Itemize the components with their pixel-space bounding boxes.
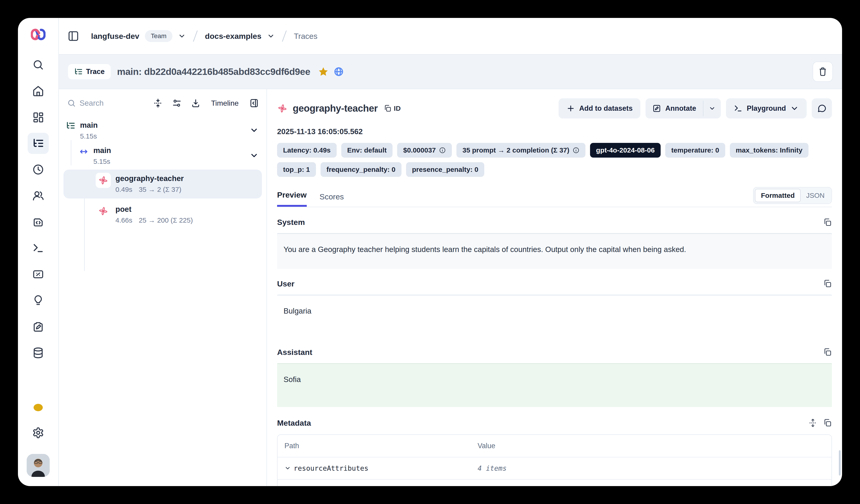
temperature-badge: temperature: 0 [665, 143, 725, 158]
search-icon [67, 99, 76, 107]
copy-icon[interactable] [823, 279, 832, 288]
annotate-split-button: Annotate [645, 98, 721, 119]
tree-row-label: geography-teacher [115, 174, 184, 183]
tree-row-duration: 4.66s [115, 217, 132, 224]
tree-row-trace-main[interactable]: main 5.15s [59, 119, 267, 143]
metadata-row[interactable]: telemetry.sdk.language "python" [277, 480, 831, 486]
collapse-panel-icon[interactable] [249, 98, 259, 108]
chevron-down-icon[interactable] [249, 151, 259, 160]
chevron-down-icon[interactable] [249, 125, 259, 135]
generation-pinwheel-icon [96, 204, 111, 219]
annotation-clipboard-icon[interactable] [28, 316, 49, 337]
metadata-row-group[interactable]: resourceAttributes 4 items [277, 457, 831, 480]
latency-badge: Latency: 0.49s [277, 143, 336, 158]
tree-row-label: poet [115, 205, 193, 214]
formatted-toggle[interactable]: Formatted [755, 189, 801, 202]
prompts-file-icon[interactable] [28, 211, 49, 233]
copy-id-button[interactable]: ID [384, 105, 401, 112]
lightbulb-icon[interactable] [28, 290, 49, 311]
plus-icon [567, 104, 575, 113]
annotate-dropdown-chevron-icon[interactable] [703, 98, 721, 119]
cost-badge[interactable]: $0.000037 [397, 143, 452, 158]
evaluation-card-icon[interactable] [28, 264, 49, 285]
tokens-badge[interactable]: 35 prompt → 2 completion (Σ 37) [456, 143, 585, 158]
copy-icon[interactable] [823, 218, 832, 227]
home-icon[interactable] [28, 80, 49, 102]
tree-row-geography-teacher[interactable]: geography-teacher 0.49s 35 → 2 (Σ 37) [63, 169, 262, 198]
search-icon[interactable] [28, 54, 49, 75]
add-to-datasets-button[interactable]: Add to datasets [559, 98, 641, 119]
json-toggle[interactable]: JSON [801, 189, 830, 202]
tab-preview[interactable]: Preview [277, 190, 307, 207]
observation-badges: Latency: 0.49s Env: default $0.000037 35… [277, 143, 832, 177]
system-message-section: System You are a Geography teacher helpi… [277, 218, 832, 269]
tracing-icon[interactable] [28, 133, 49, 154]
tree-row-label: main [94, 146, 111, 155]
breadcrumb-section[interactable]: Traces [294, 32, 318, 41]
env-badge: Env: default [341, 143, 393, 158]
tab-scores[interactable]: Scores [320, 192, 344, 207]
breadcrumb: langfuse-dev Team docs-examples Traces [91, 30, 318, 42]
role-label: System [277, 218, 305, 227]
model-badge[interactable]: gpt-4o-2024-08-06 [590, 143, 661, 158]
tree-row-poet[interactable]: poet 4.66s 25 → 200 (Σ 225) [63, 200, 262, 229]
assistant-message-section: Assistant Sofia [277, 348, 832, 407]
timeline-toggle[interactable]: Timeline [211, 99, 239, 107]
org-switcher-chevron-icon[interactable] [178, 32, 186, 40]
search-input[interactable] [80, 99, 144, 107]
id-label: ID [394, 105, 401, 112]
tree-row-span-main[interactable]: main 5.15s [59, 143, 267, 168]
copy-icon[interactable] [823, 348, 832, 357]
copy-icon[interactable] [823, 418, 832, 427]
column-header-path: Path [277, 435, 477, 457]
users-icon[interactable] [28, 185, 49, 206]
fold-vertical-icon[interactable] [153, 98, 163, 108]
globe-icon[interactable] [334, 66, 344, 77]
settings-gear-icon[interactable] [28, 422, 49, 443]
sessions-clock-icon[interactable] [28, 159, 49, 180]
metadata-table: Path Value resourceAttributes 4 items [277, 434, 832, 486]
org-logo-icon[interactable] [31, 28, 45, 41]
org-name[interactable]: langfuse-dev [91, 32, 139, 41]
observation-title: geography-teacher [293, 103, 378, 114]
user-message-section: User Bulgaria [277, 279, 832, 337]
chevron-down-icon [790, 104, 799, 113]
trace-tree-panel: Timeline main 5.15s [59, 89, 267, 486]
tree-row-tokens: 35 → 2 (Σ 37) [139, 186, 181, 193]
download-icon[interactable] [191, 98, 201, 108]
annotate-button[interactable]: Annotate [645, 98, 703, 119]
info-icon [439, 147, 446, 154]
star-icon[interactable] [318, 66, 329, 77]
metadata-section: Metadata Path Value [277, 418, 832, 486]
playground-button[interactable]: Playground [726, 98, 807, 119]
trace-type-label: Trace [86, 68, 105, 76]
detail-tabs: Preview Scores Formatted JSON [277, 187, 832, 207]
tree-search[interactable] [67, 99, 144, 107]
list-tree-icon [74, 67, 83, 76]
top-p-badge: top_p: 1 [277, 162, 316, 177]
sidebar-toggle-icon[interactable] [68, 30, 79, 42]
comment-bubble-icon [817, 104, 827, 113]
playground-terminal-icon[interactable] [28, 238, 49, 259]
chevron-down-icon[interactable] [284, 465, 291, 471]
datasets-database-icon[interactable] [28, 342, 49, 364]
tree-row-tokens: 25 → 200 (Σ 225) [139, 217, 193, 224]
role-label: Assistant [277, 348, 312, 357]
dashboard-icon[interactable] [28, 107, 49, 128]
icon-rail [18, 18, 59, 486]
tree-settings-icon[interactable] [172, 98, 182, 108]
scrollbar-thumb[interactable] [839, 450, 841, 475]
frequency-penalty-badge: frequency_penalty: 0 [320, 162, 401, 177]
project-switcher-chevron-icon[interactable] [267, 32, 275, 40]
delete-trace-button[interactable] [813, 62, 833, 82]
role-label: User [277, 279, 295, 288]
metadata-title: Metadata [277, 418, 311, 428]
metadata-path: telemetry.sdk.language [277, 480, 477, 486]
comments-button[interactable] [812, 98, 832, 119]
generation-pinwheel-icon [96, 173, 111, 188]
project-name[interactable]: docs-examples [205, 32, 261, 41]
unfold-vertical-icon[interactable] [808, 418, 817, 427]
breadcrumb-divider [282, 30, 287, 42]
generation-pinwheel-icon [277, 103, 288, 114]
user-avatar[interactable] [27, 454, 50, 477]
